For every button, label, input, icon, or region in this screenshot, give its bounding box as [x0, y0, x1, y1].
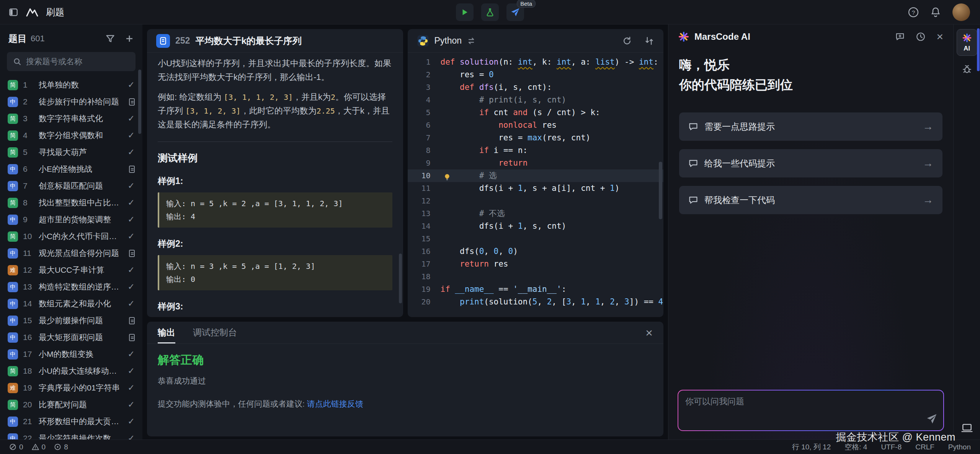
problem-list-item[interactable]: 中22最少字符串操作次数✓: [0, 430, 142, 439]
difficulty-badge: 中: [8, 299, 18, 309]
code-content: if cnt and (s / cnt) > k:: [441, 106, 600, 119]
code-editor[interactable]: 1def solution(n: int, k: int, a: list) -…: [408, 53, 664, 317]
problem-list-item[interactable]: 简3数字字符串格式化✓: [0, 110, 142, 127]
check-icon: ✓: [128, 80, 135, 90]
line-number: 15: [408, 233, 441, 245]
problem-doc-icon: [156, 34, 170, 48]
ai-greeting: 嗨，悦乐 你的代码陪练已到位: [668, 49, 953, 95]
problem-title: 创意标题匹配问题: [39, 181, 123, 191]
problem-list-item[interactable]: 难12最大UCC子串计算✓: [0, 262, 142, 278]
problem-list-item[interactable]: 中11观光景点组合得分问题: [0, 245, 142, 262]
editor-scrollbar[interactable]: [659, 162, 662, 219]
new-chat-icon[interactable]: [895, 32, 905, 42]
difficulty-badge: 简: [8, 114, 18, 124]
bug-tool-icon[interactable]: [962, 63, 972, 76]
laptop-icon[interactable]: [961, 422, 973, 436]
feedback-text: 提交功能内测体验中，任何问题或者建议:: [158, 399, 307, 408]
problem-list-item[interactable]: 简1找单独的数✓: [0, 76, 142, 93]
check-icon: ✓: [128, 282, 135, 292]
problem-scrollbar[interactable]: [399, 254, 402, 303]
sidebar-scrollbar[interactable]: [138, 70, 141, 134]
problem-number: 4: [23, 131, 34, 140]
swap-language-icon[interactable]: [467, 37, 475, 45]
problem-list-item[interactable]: 中15最少前缀操作问题: [0, 312, 142, 329]
close-output-icon[interactable]: ×: [645, 327, 653, 339]
problem-list-item[interactable]: 简8找出整型数组中占比超过...✓: [0, 194, 142, 211]
lightbulb-icon[interactable]: [444, 172, 451, 179]
code-line: 11 dfs(i + 1, s + a[i], cnt + 1): [408, 182, 664, 195]
difficulty-badge: 中: [8, 248, 18, 259]
ai-question-input[interactable]: [685, 396, 920, 426]
check-icon: ✓: [128, 130, 135, 140]
diff-compare-icon[interactable]: [644, 36, 654, 46]
problem-list-item[interactable]: 中13构造特定数组的逆序拼接✓: [0, 278, 142, 295]
inline-code: [3, 1, 1, 2, 3]: [224, 93, 293, 102]
problem-list-item[interactable]: 难19字典序最小的01字符串✓: [0, 379, 142, 396]
code-line: 8 if i == n:: [408, 144, 664, 157]
problem-list-item[interactable]: 中16最大矩形面积问题: [0, 329, 142, 346]
sidebar-header: 题目 601: [0, 31, 142, 47]
ai-suggestion-card[interactable]: 需要一点思路提示→: [679, 112, 942, 141]
code-line: 7 res = max(res, cnt): [408, 132, 664, 144]
warnings-status[interactable]: 0: [32, 443, 46, 451]
ai-panel-title: MarsCode AI: [694, 31, 750, 42]
send-icon[interactable]: [926, 413, 937, 426]
problem-list-item[interactable]: 简10小C的永久代币卡回本计划✓: [0, 228, 142, 245]
problem-number: 22: [23, 434, 34, 439]
filter-icon[interactable]: [106, 34, 115, 43]
history-icon[interactable]: [916, 32, 926, 42]
search-icon: [13, 57, 21, 66]
problem-number: 16: [23, 333, 34, 342]
problem-list-item[interactable]: 中7创意标题匹配问题✓: [0, 177, 142, 194]
help-icon[interactable]: ?: [908, 7, 919, 18]
tab-output[interactable]: 输出: [158, 322, 175, 343]
problem-panel: 252 平均数大于k的最长子序列 小U找到这样的子序列，并且求出其中最长的子序列…: [147, 29, 403, 317]
errors-status[interactable]: 0: [9, 443, 23, 451]
info-count: 8: [64, 443, 68, 451]
test-button[interactable]: [481, 3, 499, 21]
output-header: 输出 调试控制台 ×: [147, 322, 663, 344]
inline-code: 2.25: [317, 106, 335, 116]
problem-list-item[interactable]: 中14数组元素之和最小化✓: [0, 295, 142, 312]
line-number: 10: [408, 169, 441, 182]
problem-number: 18: [23, 366, 34, 376]
difficulty-badge: 难: [8, 265, 18, 275]
problem-list-item[interactable]: 简20比赛配对问题✓: [0, 396, 142, 413]
center-area: 252 平均数大于k的最长子序列 小U找到这样的子序列，并且求出其中最长的子序列…: [142, 24, 668, 439]
ai-suggestion-card[interactable]: 帮我检查一下代码→: [679, 186, 942, 214]
tab-debug-console[interactable]: 调试控制台: [193, 322, 237, 343]
samples-container: 样例1:输入: n = 5 ,k = 2 ,a = [3, 1, 1, 2, 3…: [158, 174, 392, 317]
bell-icon[interactable]: [930, 7, 941, 18]
line-number: 14: [408, 220, 441, 233]
python-icon: [417, 35, 429, 47]
problem-list-item[interactable]: 简5寻找最大葫芦✓: [0, 144, 142, 161]
problem-list-item[interactable]: 中21环形数组中的最大贡献值✓: [0, 413, 142, 430]
line-number: 16: [408, 245, 441, 258]
problem-list-item[interactable]: 简18小U的最大连续移动次数...✓: [0, 363, 142, 379]
close-ai-panel-icon[interactable]: ×: [936, 31, 943, 42]
sidebar-toggle-icon[interactable]: [8, 7, 18, 17]
problem-list-item[interactable]: 中17小M的数组变换✓: [0, 346, 142, 363]
line-number: 20: [408, 296, 441, 308]
problem-list-item[interactable]: 简4数字分组求偶数和✓: [0, 127, 142, 144]
chat-bubble-icon: [688, 158, 698, 168]
flask-icon: [486, 8, 494, 16]
avatar[interactable]: [952, 3, 970, 21]
info-status[interactable]: 8: [54, 443, 68, 451]
difficulty-badge: 中: [8, 433, 18, 440]
add-problem-icon[interactable]: [125, 34, 134, 43]
run-button[interactable]: [456, 3, 474, 21]
reset-code-icon[interactable]: [622, 36, 632, 46]
feedback-link[interactable]: 请点此链接反馈: [307, 399, 363, 408]
problem-list-item[interactable]: 中2徒步旅行中的补给问题: [0, 93, 142, 110]
edge-scrollbar[interactable]: [977, 28, 980, 71]
ai-tool-button[interactable]: AI: [957, 29, 977, 56]
cursor-position[interactable]: 行 10, 列 12: [792, 442, 831, 452]
problem-list-item[interactable]: 中6小E的怪物挑战: [0, 161, 142, 177]
submit-button[interactable]: Beta: [506, 3, 524, 21]
difficulty-badge: 中: [8, 332, 18, 343]
ai-suggestion-card[interactable]: 给我一些代码提示→: [679, 149, 942, 177]
problem-list-item[interactable]: 中9超市里的货物架调整✓: [0, 211, 142, 228]
line-number: 17: [408, 258, 441, 270]
search-input[interactable]: [26, 57, 129, 66]
